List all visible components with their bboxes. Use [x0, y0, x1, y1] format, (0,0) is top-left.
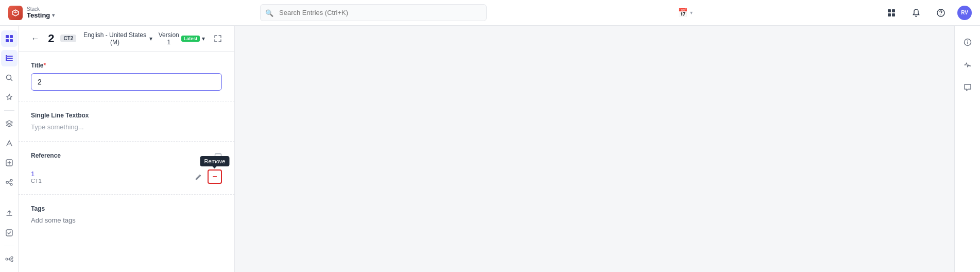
sidebar-narrow — [0, 26, 19, 272]
svg-rect-14 — [6, 57, 7, 59]
sidebar-item-workflow[interactable] — [1, 251, 18, 267]
app-logo — [8, 6, 23, 20]
sidebar-item-list[interactable] — [1, 50, 18, 66]
single-line-placeholder[interactable]: Type something... — [31, 123, 222, 131]
calendar-button[interactable]: 📅 ▾ — [677, 5, 693, 21]
apps-icon-button[interactable] — [883, 5, 900, 21]
remove-reference-button[interactable]: − — [208, 169, 222, 184]
expand-button[interactable] — [211, 31, 224, 46]
project-label[interactable]: Testing ▾ — [27, 12, 55, 19]
latest-badge: Latest — [181, 36, 200, 42]
svg-rect-9 — [10, 39, 13, 42]
reference-id[interactable]: 1 — [31, 170, 187, 178]
svg-rect-13 — [6, 55, 7, 57]
locale-selector[interactable]: English - United States (M) ▾ — [82, 31, 152, 46]
apps-icon — [887, 8, 896, 18]
svg-rect-8 — [6, 39, 9, 42]
sidebar-divider-2 — [4, 246, 14, 246]
sidebar-item-font[interactable] — [1, 135, 18, 151]
entry-header-right: English - United States (M) ▾ Version 1 … — [82, 31, 224, 46]
svg-rect-15 — [6, 59, 7, 61]
svg-rect-25 — [215, 154, 221, 159]
single-line-field: Single Line Textbox Type something... — [19, 101, 234, 142]
reference-item: 1 CT1 Remove − — [31, 169, 222, 184]
help-button[interactable] — [933, 5, 949, 21]
svg-rect-1 — [892, 9, 895, 12]
sidebar-search[interactable] — [1, 70, 18, 86]
search-icon: 🔍 — [265, 9, 273, 16]
sidebar-item-tag[interactable] — [1, 155, 18, 171]
reference-comment-icon[interactable] — [214, 153, 222, 162]
back-button[interactable]: ← — [29, 31, 42, 46]
svg-rect-2 — [888, 13, 891, 16]
svg-point-19 — [10, 179, 12, 181]
search-input[interactable] — [260, 4, 487, 21]
sidebar-item-upload[interactable] — [1, 205, 18, 222]
project-chevron: ▾ — [52, 12, 55, 18]
app-title-area: Stack Testing ▾ — [27, 6, 55, 19]
title-input[interactable] — [31, 73, 222, 91]
version-selector[interactable]: Version 1 Latest ▾ — [159, 31, 205, 46]
reference-ct: CT1 — [31, 178, 187, 184]
svg-point-27 — [967, 40, 968, 41]
reference-actions: Remove − — [191, 169, 222, 184]
entry-form: Title* Single Line Textbox Type somethin… — [19, 52, 234, 272]
sidebar-item-checklist[interactable] — [1, 225, 18, 241]
svg-point-23 — [11, 257, 13, 259]
svg-rect-0 — [888, 9, 891, 12]
entry-number: 2 — [48, 32, 54, 45]
avatar[interactable]: RV — [957, 6, 972, 20]
entry-panel: ← 2 CT2 English - United States (M) ▾ Ve… — [19, 26, 235, 272]
tags-field: Tags Add some tags — [19, 195, 234, 234]
entry-header: ← 2 CT2 English - United States (M) ▾ Ve… — [19, 26, 234, 52]
logo-area: Stack Testing ▾ — [8, 6, 70, 20]
right-sidebar — [954, 26, 980, 272]
reference-label: Reference — [31, 152, 61, 159]
svg-rect-21 — [6, 230, 12, 236]
reference-field: Reference 1 CT1 — [19, 142, 234, 195]
svg-rect-7 — [10, 35, 13, 38]
sidebar-item-star[interactable] — [1, 89, 18, 106]
remove-button-wrap: Remove − — [208, 169, 222, 184]
version-chevron: ▾ — [202, 35, 205, 42]
notification-button[interactable] — [908, 5, 924, 21]
svg-point-24 — [11, 260, 13, 262]
main-layout: ← 2 CT2 English - United States (M) ▾ Ve… — [0, 26, 980, 272]
info-button[interactable] — [959, 34, 976, 50]
title-field: Title* — [19, 52, 234, 101]
sidebar-item-layers[interactable] — [1, 115, 18, 132]
search-bar: 🔍 — [260, 4, 487, 21]
top-navigation: Stack Testing ▾ 🔍 📅 ▾ — [0, 0, 980, 26]
ct-badge: CT2 — [60, 35, 76, 42]
reference-header: Reference — [31, 152, 222, 163]
svg-point-22 — [6, 258, 8, 260]
edit-reference-button[interactable] — [191, 169, 205, 184]
tags-label: Tags — [31, 205, 222, 212]
svg-rect-3 — [892, 13, 895, 16]
locale-chevron: ▾ — [149, 35, 152, 42]
calendar-chevron: ▾ — [690, 10, 693, 15]
comment-button[interactable] — [959, 79, 976, 96]
svg-point-5 — [940, 14, 941, 15]
svg-point-20 — [10, 183, 12, 185]
nav-right: RV — [883, 5, 972, 21]
reference-info: 1 CT1 — [31, 170, 187, 184]
bell-icon — [912, 8, 921, 18]
single-line-label: Single Line Textbox — [31, 112, 222, 119]
help-icon — [936, 8, 945, 18]
sidebar-divider-1 — [4, 110, 14, 111]
svg-rect-6 — [6, 35, 9, 38]
svg-point-18 — [6, 181, 8, 183]
activity-button[interactable] — [959, 57, 976, 73]
sidebar-item-dashboard[interactable] — [1, 30, 18, 47]
center-area — [235, 26, 954, 272]
tags-placeholder[interactable]: Add some tags — [31, 216, 222, 224]
sidebar-item-connect[interactable] — [1, 174, 18, 191]
title-label: Title* — [31, 62, 222, 69]
